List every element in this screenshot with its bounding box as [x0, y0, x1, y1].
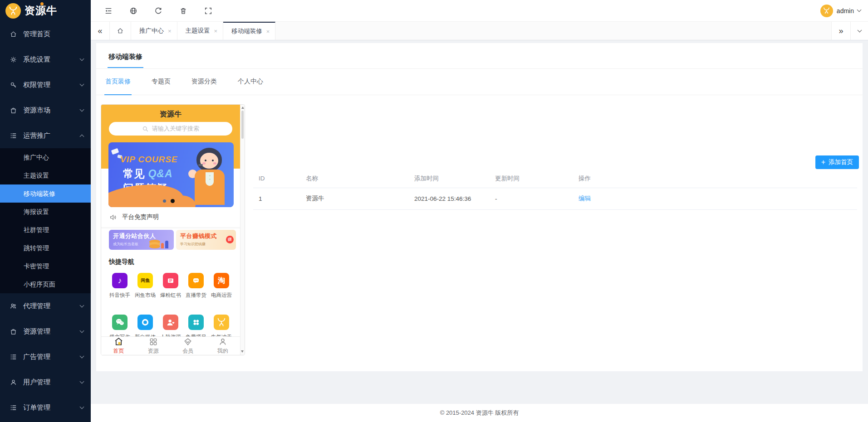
carousel-dot-active[interactable]: [171, 199, 175, 203]
member-badge-icon: [183, 337, 192, 346]
fullscreen-icon[interactable]: [204, 7, 212, 15]
phone-notice-bar[interactable]: 平台免责声明: [101, 207, 240, 228]
tab-resource-category[interactable]: 资源分类: [191, 69, 218, 95]
illustration-part: [209, 179, 211, 180]
earn-badge: 赚: [226, 236, 234, 243]
sidebar-item-system[interactable]: 系统设置: [0, 47, 91, 72]
avatar: [820, 5, 833, 17]
refresh-icon[interactable]: [154, 7, 162, 15]
tab-home-decoration[interactable]: 首页装修: [104, 69, 132, 95]
submenu-item-promo-center[interactable]: 推广中心: [0, 148, 91, 166]
sidebar-item-resources[interactable]: 资源管理: [0, 319, 91, 344]
chevron-down-icon: [80, 82, 84, 86]
sidebar-item-resource-market[interactable]: 资源市场: [0, 97, 91, 123]
ring-icon: [137, 315, 153, 330]
quick-nav-item-douyin[interactable]: ♪ 抖音快手: [108, 273, 132, 299]
sidebar-item-dashboard[interactable]: 管理首页: [0, 21, 91, 47]
tab-home-button[interactable]: [110, 22, 131, 40]
preview-scrollbar[interactable]: [240, 105, 245, 355]
card-header: 移动端装修: [96, 43, 863, 69]
phone-search-bar[interactable]: 请输入关键字搜索: [109, 122, 232, 136]
quick-nav-item-xianyu[interactable]: 闲鱼 闲鱼市场: [133, 273, 157, 299]
edit-link[interactable]: 编辑: [579, 195, 591, 202]
trash-icon[interactable]: [179, 7, 187, 15]
tab-close-icon[interactable]: ×: [214, 28, 218, 34]
carousel-dots[interactable]: [163, 199, 175, 203]
scroll-up-arrow[interactable]: [241, 107, 244, 109]
people-decoration: [165, 241, 168, 248]
phone-nav-member[interactable]: 会员: [171, 337, 206, 355]
tab-mobile-decoration[interactable]: 移动端装修 ×: [223, 22, 275, 40]
content-area: 移动端装修 首页装修 专题页 资源分类 个人中心 资源牛 请输入关键字搜索: [91, 41, 868, 422]
phone-promo-banners: 开通分站合伙人 成为站长当老板 平台赚钱模式 学习知识把钱赚 赚: [101, 230, 240, 250]
chevron-down-icon: [80, 328, 84, 333]
tab-theme-settings[interactable]: 主题设置 ×: [177, 22, 224, 40]
chevron-down-icon: [80, 379, 84, 383]
promo-banner-partner[interactable]: 开通分站合伙人 成为站长当老板: [109, 230, 174, 250]
phone-carousel-banner[interactable]: VIP COURSE 常见 Q&A 问题答疑: [108, 142, 234, 207]
submenu-item-redirect[interactable]: 跳转管理: [0, 239, 91, 257]
phone-header-title: 资源牛: [101, 105, 240, 119]
submenu-item-community[interactable]: 社群管理: [0, 221, 91, 239]
tab-promo-center[interactable]: 推广中心 ×: [131, 22, 177, 40]
username: admin: [837, 7, 854, 15]
key-icon: [10, 81, 17, 89]
xianyu-icon: 闲鱼: [137, 273, 153, 288]
person-heart-icon: [163, 315, 178, 330]
sidebar-item-permissions[interactable]: 权限管理: [0, 72, 91, 97]
globe-icon[interactable]: [129, 7, 137, 15]
tab-personal-center[interactable]: 个人中心: [237, 69, 264, 95]
collapse-menu-icon[interactable]: [104, 7, 113, 15]
people-icon: [10, 302, 17, 310]
tab-close-icon[interactable]: ×: [266, 28, 270, 35]
submenu-item-card-keys[interactable]: 卡密管理: [0, 257, 91, 275]
chevron-down-icon: [80, 303, 84, 307]
scroll-down-arrow[interactable]: [241, 350, 244, 353]
tabs-dropdown-button[interactable]: [851, 22, 868, 40]
sidebar-item-orders[interactable]: 订单管理: [0, 395, 91, 420]
topbar-icons: [91, 7, 212, 15]
decoration-tabs: 首页装修 专题页 资源分类 个人中心: [96, 69, 863, 95]
submenu-item-mobile-decoration[interactable]: 移动端装修: [0, 184, 91, 203]
scrollbar-thumb[interactable]: [241, 111, 244, 139]
list-icon: [10, 353, 17, 361]
sidebar-item-ads[interactable]: 广告管理: [0, 344, 91, 369]
submenu-item-miniprogram[interactable]: 小程序页面: [0, 275, 91, 293]
add-homepage-button[interactable]: + 添加首页: [815, 155, 859, 169]
list-icon: [10, 404, 17, 412]
phone-nav-home[interactable]: 首页: [101, 337, 136, 355]
tabs-scroll-left-button[interactable]: «: [91, 22, 110, 40]
promo-banner-earn[interactable]: 平台赚钱模式 学习知识把钱赚 赚: [176, 230, 236, 250]
col-actions: 操作: [573, 170, 857, 188]
search-placeholder: 请输入关键字搜索: [152, 125, 199, 133]
banner-line2: 常见 Q&A: [123, 167, 173, 181]
tab-bar-filler: [275, 22, 832, 40]
phone-nav-profile[interactable]: 我的: [206, 337, 240, 355]
sidebar-item-users[interactable]: 用户管理: [0, 369, 91, 395]
quick-nav-item-taobao[interactable]: 淘 电商运营: [209, 273, 234, 299]
sidebar-item-promotion[interactable]: 运营推广: [0, 123, 91, 148]
plus-icon: +: [821, 158, 825, 166]
quick-nav-item-xiaohongshu[interactable]: 爆粉红书: [158, 273, 183, 299]
chat-bubble-icon: [188, 273, 204, 288]
submenu-item-theme-settings[interactable]: 主题设置: [0, 166, 91, 184]
carousel-dot[interactable]: [163, 199, 166, 203]
banner-paper-decoration: [111, 148, 119, 155]
bull-icon: [214, 315, 229, 330]
submenu-item-poster-settings[interactable]: 海报设置: [0, 203, 91, 221]
list-icon: [10, 132, 17, 140]
bag-icon: [10, 328, 17, 335]
sidebar-item-agents[interactable]: 代理管理: [0, 293, 91, 319]
user-icon: [10, 378, 17, 386]
tab-close-icon[interactable]: ×: [168, 28, 172, 34]
quick-nav-item-livestream[interactable]: 直播带货: [184, 273, 208, 299]
bag-icon: [10, 107, 17, 114]
tab-topic-page[interactable]: 专题页: [151, 69, 172, 95]
illustration-part: [200, 153, 218, 169]
phone-nav-resources[interactable]: 资源: [136, 337, 171, 355]
brand-logo[interactable]: 资源牛: [0, 0, 91, 21]
home-icon: [10, 30, 17, 38]
table-header-row: ID 名称 添加时间 更新时间 操作: [253, 170, 857, 188]
user-menu[interactable]: admin: [820, 5, 868, 17]
tabs-scroll-right-button[interactable]: »: [832, 22, 851, 40]
